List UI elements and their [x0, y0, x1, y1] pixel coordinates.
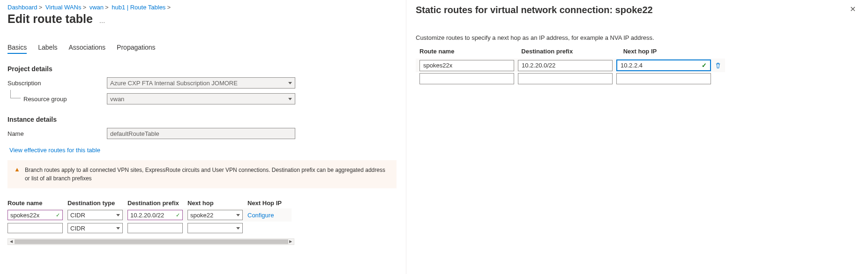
next-hop-select[interactable]: [187, 223, 243, 233]
panel-title: Static routes for virtual network connec…: [416, 5, 653, 15]
dest-type-select[interactable]: CIDR: [67, 223, 123, 233]
table-row: spokes22x 10.2.20.0/22 10.2.2.4 ✓: [416, 59, 725, 72]
horizontal-scrollbar[interactable]: ◀ ▶: [7, 238, 294, 245]
col-dest-type: Destination type: [67, 198, 127, 208]
name-value: defaultRouteTable: [110, 130, 159, 137]
table-row: CIDR: [7, 222, 292, 235]
subscription-select[interactable]: Azure CXP FTA Internal Subscription JOMO…: [107, 77, 295, 89]
tabs: Basics Labels Associations Propagations: [7, 44, 406, 54]
next-hop-ip-input[interactable]: [616, 73, 711, 84]
breadcrumb-item[interactable]: vwan: [90, 4, 104, 11]
chevron-down-icon: [116, 227, 120, 230]
chevron-down-icon: [116, 214, 120, 216]
col-next-hop-ip: Next hop IP: [623, 48, 721, 55]
breadcrumb: Dashboard> Virtual WANs> vwan> hub1 | Ro…: [7, 4, 406, 11]
panel-description: Customize routes to specify a next hop a…: [416, 34, 859, 41]
route-name-input[interactable]: [7, 223, 63, 233]
info-banner: ▲ Branch routes apply to all connected V…: [7, 160, 397, 188]
next-hop-select[interactable]: spoke22: [187, 210, 243, 220]
name-label: Name: [7, 130, 107, 137]
check-icon: ✓: [702, 62, 707, 69]
view-effective-routes-link[interactable]: View effective routes for this table: [9, 147, 100, 154]
route-name-input[interactable]: [419, 73, 514, 84]
tab-basics[interactable]: Basics: [7, 44, 27, 54]
close-icon[interactable]: ✕: [847, 4, 859, 15]
subscription-value: Azure CXP FTA Internal Subscription JOMO…: [110, 80, 238, 87]
scroll-right-icon[interactable]: ▶: [287, 239, 294, 244]
dest-prefix-input[interactable]: 10.2.20.0/22: [518, 60, 613, 71]
breadcrumb-item[interactable]: hub1 | Route Tables: [112, 4, 165, 11]
static-routes-table: Route name Destination prefix Next hop I…: [416, 48, 725, 85]
col-next-hop: Next hop: [187, 198, 247, 208]
configure-link[interactable]: Configure: [247, 212, 274, 219]
resource-group-value: vwan: [110, 96, 124, 103]
resource-group-select[interactable]: vwan: [107, 93, 295, 104]
section-project-details: Project details: [7, 65, 406, 73]
delete-icon[interactable]: [715, 62, 722, 69]
resource-group-label: Resource group: [7, 96, 107, 103]
dest-prefix-input[interactable]: [127, 223, 183, 233]
tab-associations[interactable]: Associations: [69, 44, 106, 54]
col-route-name: Route name: [7, 198, 67, 208]
table-row: [416, 72, 725, 85]
check-icon: ✓: [176, 212, 180, 218]
page-title: Edit route table: [7, 12, 93, 26]
breadcrumb-item[interactable]: Virtual WANs: [45, 4, 82, 11]
chevron-down-icon: [288, 82, 292, 84]
next-hop-ip-input[interactable]: 10.2.2.4 ✓: [616, 59, 711, 71]
subscription-label: Subscription: [7, 80, 107, 87]
dest-type-select[interactable]: CIDR: [67, 210, 123, 220]
dest-prefix-input[interactable]: [518, 73, 613, 84]
section-instance-details: Instance details: [7, 116, 406, 123]
col-dest-prefix: Destination prefix: [127, 198, 187, 208]
tab-labels[interactable]: Labels: [38, 44, 57, 54]
chevron-down-icon: [288, 98, 292, 100]
scrollbar-thumb[interactable]: [15, 239, 288, 244]
warning-icon: ▲: [14, 166, 20, 183]
table-row: spokes22x✓ CIDR 10.2.20.0/22✓ spoke22 Co…: [7, 208, 292, 222]
chevron-down-icon: [236, 214, 240, 216]
chevron-down-icon: [236, 227, 240, 230]
route-name-input[interactable]: spokes22x✓: [7, 210, 63, 220]
more-icon[interactable]: …: [99, 17, 105, 24]
tab-propagations[interactable]: Propagations: [117, 44, 156, 54]
name-input[interactable]: defaultRouteTable: [107, 128, 295, 139]
breadcrumb-item[interactable]: Dashboard: [7, 4, 37, 11]
dest-prefix-input[interactable]: 10.2.20.0/22✓: [127, 210, 183, 220]
col-dest-prefix: Destination prefix: [521, 48, 623, 55]
check-icon: ✓: [56, 212, 60, 218]
route-name-input[interactable]: spokes22x: [419, 60, 514, 71]
col-route-name: Route name: [419, 48, 521, 55]
banner-text: Branch routes apply to all connected VPN…: [25, 166, 390, 183]
scroll-left-icon[interactable]: ◀: [8, 239, 15, 244]
col-next-hop-ip: Next Hop IP: [247, 198, 292, 208]
route-table: Route name Destination type Destination …: [7, 198, 292, 245]
